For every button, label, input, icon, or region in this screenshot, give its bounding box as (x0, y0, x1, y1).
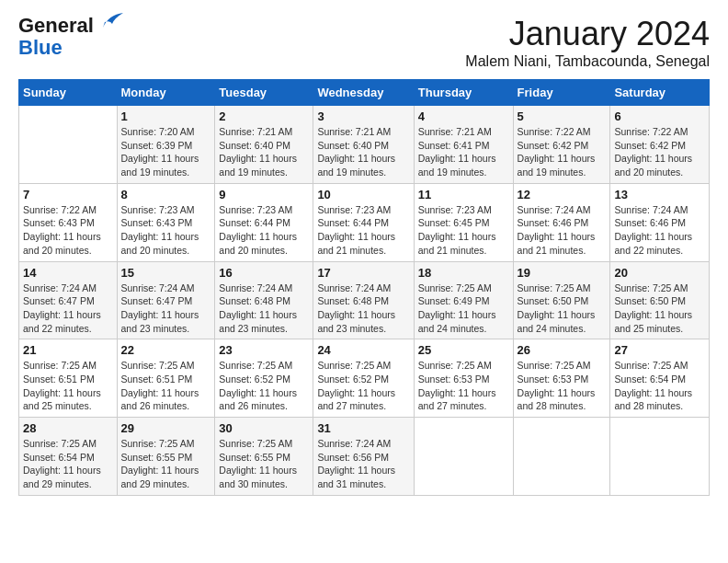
page: General Blue January 2024 Malem Niani, T… (0, 0, 728, 505)
day-info: Sunrise: 7:25 AMSunset: 6:51 PMDaylight:… (23, 359, 113, 413)
calendar-cell: 17Sunrise: 7:24 AMSunset: 6:48 PMDayligh… (313, 261, 414, 339)
day-info: Sunrise: 7:21 AMSunset: 6:40 PMDaylight:… (219, 125, 309, 179)
day-info: Sunrise: 7:25 AMSunset: 6:52 PMDaylight:… (317, 359, 409, 413)
day-number: 3 (317, 109, 409, 123)
day-info: Sunrise: 7:20 AMSunset: 6:39 PMDaylight:… (121, 125, 211, 179)
day-number: 14 (23, 266, 113, 280)
day-number: 2 (219, 109, 309, 123)
day-info: Sunrise: 7:25 AMSunset: 6:55 PMDaylight:… (219, 437, 309, 491)
day-number: 28 (23, 421, 113, 435)
day-info: Sunrise: 7:21 AMSunset: 6:40 PMDaylight:… (317, 125, 409, 179)
day-info: Sunrise: 7:22 AMSunset: 6:42 PMDaylight:… (614, 125, 705, 179)
calendar-cell: 8Sunrise: 7:23 AMSunset: 6:43 PMDaylight… (117, 183, 215, 261)
calendar-cell (414, 418, 513, 496)
day-info: Sunrise: 7:24 AMSunset: 6:56 PMDaylight:… (317, 437, 409, 491)
logo: General Blue (18, 15, 125, 59)
location-subtitle: Malem Niani, Tambacounda, Senegal (465, 53, 710, 70)
calendar-header-row: SundayMondayTuesdayWednesdayThursdayFrid… (19, 80, 710, 106)
day-info: Sunrise: 7:25 AMSunset: 6:49 PMDaylight:… (418, 282, 509, 336)
day-info: Sunrise: 7:25 AMSunset: 6:53 PMDaylight:… (518, 359, 607, 413)
day-number: 30 (219, 421, 309, 435)
week-row-4: 21Sunrise: 7:25 AMSunset: 6:51 PMDayligh… (19, 339, 710, 418)
col-header-thursday: Thursday (414, 80, 513, 106)
calendar-cell: 26Sunrise: 7:25 AMSunset: 6:53 PMDayligh… (513, 339, 610, 418)
month-title: January 2024 (465, 15, 710, 53)
calendar-cell: 15Sunrise: 7:24 AMSunset: 6:47 PMDayligh… (117, 261, 215, 339)
logo-blue: Blue (18, 36, 63, 59)
day-info: Sunrise: 7:24 AMSunset: 6:48 PMDaylight:… (219, 282, 309, 336)
day-info: Sunrise: 7:25 AMSunset: 6:55 PMDaylight:… (121, 437, 211, 491)
calendar-cell: 2Sunrise: 7:21 AMSunset: 6:40 PMDaylight… (215, 106, 313, 184)
day-number: 25 (418, 343, 509, 357)
calendar-cell: 22Sunrise: 7:25 AMSunset: 6:51 PMDayligh… (117, 339, 215, 418)
day-info: Sunrise: 7:21 AMSunset: 6:41 PMDaylight:… (418, 125, 509, 179)
day-info: Sunrise: 7:24 AMSunset: 6:46 PMDaylight:… (518, 203, 607, 258)
calendar-table: SundayMondayTuesdayWednesdayThursdayFrid… (18, 79, 710, 496)
day-number: 20 (614, 266, 705, 280)
calendar-cell: 21Sunrise: 7:25 AMSunset: 6:51 PMDayligh… (19, 339, 118, 418)
day-number: 26 (518, 343, 607, 357)
logo-bird-icon (96, 11, 125, 31)
calendar-cell: 18Sunrise: 7:25 AMSunset: 6:49 PMDayligh… (414, 261, 513, 339)
week-row-3: 14Sunrise: 7:24 AMSunset: 6:47 PMDayligh… (19, 261, 710, 339)
day-number: 4 (418, 109, 509, 123)
day-info: Sunrise: 7:24 AMSunset: 6:47 PMDaylight:… (23, 282, 113, 336)
day-info: Sunrise: 7:25 AMSunset: 6:50 PMDaylight:… (614, 282, 705, 336)
calendar-cell: 31Sunrise: 7:24 AMSunset: 6:56 PMDayligh… (313, 418, 414, 496)
col-header-friday: Friday (513, 80, 610, 106)
day-number: 13 (614, 188, 705, 201)
calendar-cell (610, 418, 710, 496)
day-number: 29 (121, 421, 211, 435)
calendar-cell: 23Sunrise: 7:25 AMSunset: 6:52 PMDayligh… (215, 339, 313, 418)
day-number: 9 (219, 188, 309, 201)
day-number: 11 (418, 188, 509, 201)
calendar-cell: 3Sunrise: 7:21 AMSunset: 6:40 PMDaylight… (313, 106, 414, 184)
calendar-cell: 5Sunrise: 7:22 AMSunset: 6:42 PMDaylight… (513, 106, 610, 184)
calendar-cell: 30Sunrise: 7:25 AMSunset: 6:55 PMDayligh… (215, 418, 313, 496)
calendar-cell: 14Sunrise: 7:24 AMSunset: 6:47 PMDayligh… (19, 261, 118, 339)
calendar-cell: 19Sunrise: 7:25 AMSunset: 6:50 PMDayligh… (513, 261, 610, 339)
calendar-cell: 1Sunrise: 7:20 AMSunset: 6:39 PMDaylight… (117, 106, 215, 184)
week-row-1: 1Sunrise: 7:20 AMSunset: 6:39 PMDaylight… (19, 106, 710, 184)
col-header-sunday: Sunday (19, 80, 118, 106)
day-number: 19 (518, 266, 607, 280)
day-number: 5 (518, 109, 607, 123)
day-info: Sunrise: 7:23 AMSunset: 6:45 PMDaylight:… (418, 203, 509, 258)
day-number: 22 (121, 343, 211, 357)
day-number: 15 (121, 266, 211, 280)
day-number: 24 (317, 343, 409, 357)
day-info: Sunrise: 7:25 AMSunset: 6:50 PMDaylight:… (518, 282, 607, 336)
day-info: Sunrise: 7:25 AMSunset: 6:54 PMDaylight:… (614, 359, 705, 413)
col-header-tuesday: Tuesday (215, 80, 313, 106)
header: General Blue January 2024 Malem Niani, T… (18, 15, 710, 70)
day-info: Sunrise: 7:25 AMSunset: 6:51 PMDaylight:… (121, 359, 211, 413)
calendar-cell: 4Sunrise: 7:21 AMSunset: 6:41 PMDaylight… (414, 106, 513, 184)
calendar-cell: 10Sunrise: 7:23 AMSunset: 6:44 PMDayligh… (313, 183, 414, 261)
col-header-wednesday: Wednesday (313, 80, 414, 106)
day-info: Sunrise: 7:22 AMSunset: 6:42 PMDaylight:… (518, 125, 607, 179)
day-number: 7 (23, 188, 113, 201)
day-info: Sunrise: 7:25 AMSunset: 6:52 PMDaylight:… (219, 359, 309, 413)
title-block: January 2024 Malem Niani, Tambacounda, S… (465, 15, 710, 70)
calendar-cell: 24Sunrise: 7:25 AMSunset: 6:52 PMDayligh… (313, 339, 414, 418)
day-info: Sunrise: 7:23 AMSunset: 6:44 PMDaylight:… (317, 203, 409, 258)
calendar-cell (19, 106, 118, 184)
calendar-cell: 20Sunrise: 7:25 AMSunset: 6:50 PMDayligh… (610, 261, 710, 339)
week-row-5: 28Sunrise: 7:25 AMSunset: 6:54 PMDayligh… (19, 418, 710, 496)
calendar-cell: 29Sunrise: 7:25 AMSunset: 6:55 PMDayligh… (117, 418, 215, 496)
day-number: 16 (219, 266, 309, 280)
week-row-2: 7Sunrise: 7:22 AMSunset: 6:43 PMDaylight… (19, 183, 710, 261)
day-number: 12 (518, 188, 607, 201)
calendar-cell: 9Sunrise: 7:23 AMSunset: 6:44 PMDaylight… (215, 183, 313, 261)
calendar-cell: 7Sunrise: 7:22 AMSunset: 6:43 PMDaylight… (19, 183, 118, 261)
calendar-cell: 12Sunrise: 7:24 AMSunset: 6:46 PMDayligh… (513, 183, 610, 261)
day-info: Sunrise: 7:24 AMSunset: 6:48 PMDaylight:… (317, 282, 409, 336)
col-header-monday: Monday (117, 80, 215, 106)
day-info: Sunrise: 7:25 AMSunset: 6:54 PMDaylight:… (23, 437, 113, 491)
calendar-cell: 28Sunrise: 7:25 AMSunset: 6:54 PMDayligh… (19, 418, 118, 496)
calendar-cell: 13Sunrise: 7:24 AMSunset: 6:46 PMDayligh… (610, 183, 710, 261)
calendar-cell: 16Sunrise: 7:24 AMSunset: 6:48 PMDayligh… (215, 261, 313, 339)
calendar-cell: 6Sunrise: 7:22 AMSunset: 6:42 PMDaylight… (610, 106, 710, 184)
day-info: Sunrise: 7:24 AMSunset: 6:47 PMDaylight:… (121, 282, 211, 336)
day-number: 18 (418, 266, 509, 280)
